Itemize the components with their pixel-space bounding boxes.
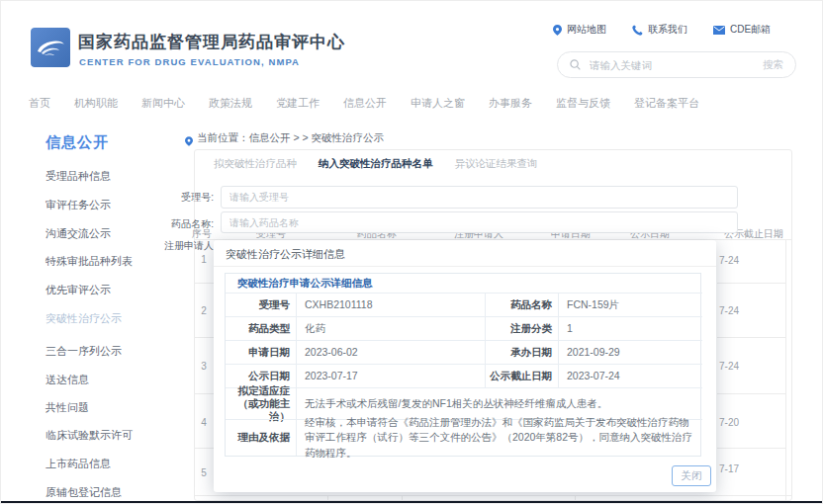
table-grid-line [327,495,328,501]
sidebar-item[interactable]: 上市药品信息 [46,457,111,471]
detail-label: 承办日期 [485,340,558,364]
main-nav: 首页 机构职能 新闻中心 政策法规 党建工作 信息公开 申请人之窗 办事服务 监… [29,96,699,111]
detail-label: 申请日期 [226,340,296,364]
receipt-number-input[interactable] [221,186,738,209]
contact-link[interactable]: 联系我们 [632,23,687,37]
site-title: 国家药品监督管理局药品审评中心 [78,31,345,53]
applicant-label: 注册申请人 [159,239,214,253]
detail-value: 2021-09-29 [558,340,702,364]
sitemap-link[interactable]: 网站地图 [553,23,606,37]
nav-item-services[interactable]: 办事服务 [489,96,532,111]
sidebar-item[interactable]: 临床试验默示许可 [46,428,133,443]
table-grid-line [195,337,215,338]
table-row-number: 4 [194,417,214,428]
sidebar-item[interactable]: 送达信息 [46,373,89,387]
phone-icon [632,25,643,36]
detail-label: 注册分类 [485,316,558,340]
breadcrumb-path[interactable]: 信息公开 > > 突破性治疗公示 [249,131,385,143]
detail-value: FCN-159片 [558,293,702,316]
site-subtitle: CENTER FOR DRUG EVALUATION, NMPA [79,56,300,67]
table-grid-line [195,448,215,449]
page: 国家药品监督管理局药品审评中心 CENTER FOR DRUG EVALUATI… [0,0,823,504]
table-grid-line [195,495,791,496]
detail-value: 2023-07-24 [558,364,702,387]
header-search: 搜索 [557,51,796,78]
table-grid-line [785,239,786,500]
detail-label: 公示截止日期 [485,364,558,387]
tab-proposed-breakthrough[interactable]: 拟突破性治疗品种 [214,157,297,171]
table-grid-line [717,337,785,338]
sidebar-item[interactable]: 特殊审批品种列表 [46,254,133,269]
nav-item-registration-platform[interactable]: 登记备案平台 [634,96,699,111]
mailbox-link[interactable]: CDE邮箱 [713,23,771,37]
detail-label: 药品类型 [226,316,296,340]
detail-modal: 突破性治疗公示详细信息 突破性治疗申请公示详细信息 受理号 CXHB210111… [214,240,716,492]
sidebar-item-active[interactable]: 突破性治疗公示 [46,311,122,326]
table-deadline-fragment: 7-20 [719,417,739,428]
detail-value: CXHB2101118 [296,293,485,316]
table-grid-line [195,393,215,394]
nav-item-functions[interactable]: 机构职能 [74,96,118,111]
nav-item-party[interactable]: 党建工作 [276,96,320,111]
table-deadline-fragment: 7-24 [719,305,739,316]
table-row-number: 5 [194,467,214,478]
table-deadline-fragment: 7-24 [719,361,739,372]
nav-item-policy[interactable]: 政策法规 [209,96,252,111]
drug-name-input[interactable] [221,211,738,233]
breadcrumb: 当前位置：信息公开 > > 突破性治疗公示 [197,131,384,145]
topbar-links: 网站地图 联系我们 CDE邮箱 [553,23,771,37]
location-pin-icon [553,25,562,36]
receipt-number-label: 受理号: [159,191,214,205]
nav-item-news[interactable]: 新闻中心 [141,96,185,111]
contact-link-label: 联系我们 [648,23,687,37]
nav-item-info-disclosure[interactable]: 信息公开 [343,96,387,111]
table-row-number: 2 [194,305,214,316]
table-grid-line [402,495,403,501]
sidebar-item[interactable]: 受理品种信息 [46,169,111,184]
detail-label: 药品名称 [485,293,558,316]
nav-item-home[interactable]: 首页 [29,96,50,111]
nav-item-supervision[interactable]: 监督与反馈 [556,96,610,111]
mail-icon [713,26,725,35]
breadcrumb-pin-icon [185,132,193,150]
detail-value-reason: 经审核，本申请符合《药品注册管理办法》和《国家药监局关于发布突破性治疗药物审评工… [296,419,702,456]
sidebar-title: 信息公开 [46,133,109,152]
detail-value: 化药 [296,316,485,340]
detail-value: 2023-06-02 [296,340,485,364]
drug-name-label: 药品名称: [159,217,214,231]
tab-bar: 拟突破性治疗品种 纳入突破性治疗品种名单 异议论证结果查询 [214,157,538,171]
detail-section-title: 突破性治疗申请公示详细信息 [226,274,702,293]
sidebar-item[interactable]: 审评任务公示 [46,198,111,212]
search-button[interactable]: 搜索 [763,58,783,72]
nav-item-applicant[interactable]: 申请人之窗 [411,96,465,111]
detail-label-reason: 理由及依据 [226,419,296,456]
table-row-number: 1 [194,254,214,265]
sidebar-item[interactable]: 原辅包登记信息 [46,485,122,500]
detail-value: 1 [558,316,702,340]
table-grid-line [717,393,785,394]
mailbox-link-label: CDE邮箱 [730,23,771,37]
detail-label-indication: 拟定适应症（或功能主治） [226,387,296,419]
table-grid-line [575,495,576,501]
tab-included-breakthrough-list[interactable]: 纳入突破性治疗品种名单 [319,157,433,171]
table-grid-line [717,448,785,449]
search-input[interactable] [588,58,756,72]
detail-value: 2023-07-17 [296,364,485,387]
table-deadline-fragment: 7-24 [719,255,739,266]
tab-objection-results[interactable]: 异议论证结果查询 [455,157,538,171]
table-grid-line [717,283,785,284]
modal-title-divider [214,266,716,267]
sidebar-item[interactable]: 三合一序列公示 [46,344,122,359]
table-row-number: 3 [194,361,214,372]
cde-logo-icon[interactable] [31,28,70,67]
detail-label: 受理号 [226,293,296,316]
search-icon [570,59,581,70]
sidebar-item[interactable]: 优先审评公示 [46,283,111,297]
sidebar-item[interactable]: 共性问题 [46,400,89,415]
table-deadline-fragment: 7-17 [719,463,739,474]
modal-close-button[interactable]: 关闭 [672,465,711,486]
sitemap-link-label: 网站地图 [567,23,606,37]
table-grid-line [195,283,215,284]
sidebar-item[interactable]: 沟通交流公示 [46,226,111,241]
detail-table: 突破性治疗申请公示详细信息 受理号 CXHB2101118 药品名称 FCN-1… [225,273,701,457]
